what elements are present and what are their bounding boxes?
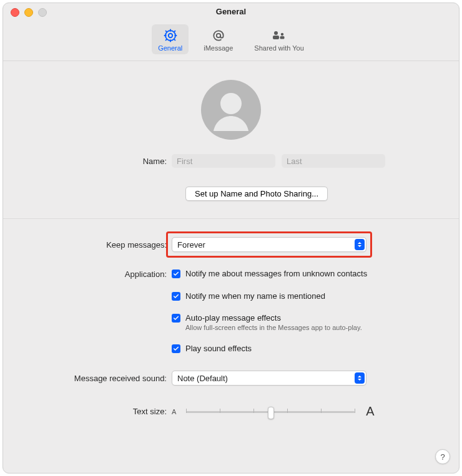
slider-knob[interactable] (268, 407, 274, 419)
keep-messages-popup[interactable]: Forever (172, 237, 366, 252)
gear-icon (163, 28, 178, 43)
stepper-icon (355, 239, 365, 250)
text-size-label: Text size: (22, 407, 172, 416)
keep-messages-highlight: Forever (166, 231, 372, 258)
svg-point-7 (220, 93, 242, 114)
checkbox-label: Notify me when my name is mentioned (185, 291, 325, 301)
text-size-slider[interactable] (186, 406, 355, 418)
svg-point-0 (168, 34, 172, 37)
tab-general[interactable]: General (152, 24, 189, 54)
received-sound-label: Message received sound: (22, 374, 172, 383)
content: Name: Set up Name and Photo Sharing... K… (3, 61, 459, 425)
svg-rect-6 (280, 36, 285, 39)
setup-sharing-button[interactable]: Set up Name and Photo Sharing... (185, 187, 328, 201)
checkbox-label: Auto-play message effects (185, 313, 281, 323)
svg-point-2 (217, 34, 220, 37)
checkbox-autoplay-effects[interactable] (172, 314, 180, 323)
svg-rect-4 (273, 36, 279, 39)
preferences-window: General General iMessage (2, 2, 460, 474)
close-window-button[interactable] (11, 8, 19, 17)
name-label: Name: (22, 157, 172, 166)
svg-point-5 (281, 33, 283, 36)
received-sound-value: Note (Default) (177, 374, 228, 383)
checkbox-unknown-contacts[interactable] (172, 270, 180, 278)
tab-shared-with-you[interactable]: Shared with You (248, 24, 310, 54)
text-size-large-marker: A (366, 404, 374, 419)
keep-messages-label: Keep messages: (22, 240, 172, 250)
checkbox-label: Notify me about messages from unknown co… (185, 269, 367, 278)
tab-label: iMessage (204, 44, 233, 52)
text-size-small-marker: A (172, 408, 176, 415)
checkbox-label: Play sound effects (185, 344, 252, 353)
checkbox-name-mentioned[interactable] (172, 292, 180, 301)
help-icon: ? (440, 452, 445, 462)
zoom-window-button[interactable] (38, 8, 47, 17)
minimize-window-button[interactable] (24, 8, 33, 17)
people-icon (271, 28, 287, 43)
avatar[interactable] (201, 80, 261, 140)
svg-point-3 (274, 31, 278, 35)
svg-point-1 (165, 31, 175, 41)
titlebar: General (3, 3, 459, 21)
received-sound-popup[interactable]: Note (Default) (172, 371, 366, 386)
last-name-field[interactable] (282, 154, 385, 168)
stepper-icon (355, 372, 365, 384)
window-controls (11, 8, 47, 17)
autoplay-subtext: Allow full-screen effects in the Message… (185, 324, 440, 331)
tab-label: General (158, 44, 182, 52)
keep-messages-value: Forever (177, 240, 205, 250)
first-name-field[interactable] (172, 154, 275, 168)
divider (3, 218, 459, 219)
help-button[interactable]: ? (435, 449, 450, 464)
toolbar: General iMessage Shared with You (3, 21, 459, 61)
tab-imessage[interactable]: iMessage (197, 24, 239, 54)
at-icon (211, 28, 226, 43)
window-title: General (3, 3, 459, 16)
checkbox-play-sound[interactable] (172, 344, 180, 353)
tab-label: Shared with You (254, 44, 304, 52)
application-label: Application: (22, 269, 172, 279)
